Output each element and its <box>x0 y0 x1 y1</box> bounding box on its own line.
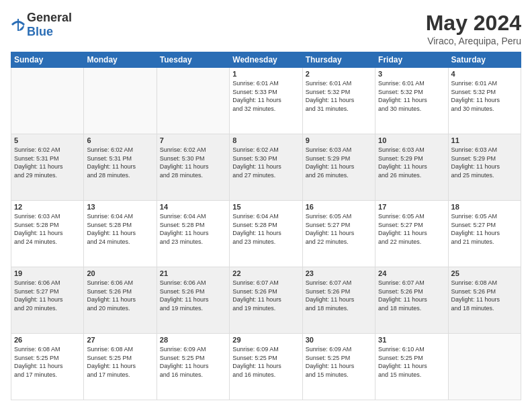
day-number: 15 <box>232 203 299 211</box>
day-number: 5 <box>14 136 81 144</box>
day-info: Sunrise: 6:02 AM Sunset: 5:30 PM Dayligh… <box>160 146 226 179</box>
day-info: Sunrise: 6:03 AM Sunset: 5:29 PM Dayligh… <box>451 146 518 179</box>
day-number: 31 <box>378 336 445 344</box>
weekday-header-row: Sunday Monday Tuesday Wednesday Thursday… <box>11 52 521 68</box>
header-monday: Monday <box>84 52 157 68</box>
day-number: 20 <box>87 269 153 277</box>
table-row: 22Sunrise: 6:07 AM Sunset: 5:26 PM Dayli… <box>230 267 302 334</box>
calendar-week-row: 19Sunrise: 6:06 AM Sunset: 5:27 PM Dayli… <box>11 267 521 334</box>
day-number: 28 <box>160 336 226 344</box>
logo-blue: Blue <box>27 25 53 38</box>
day-number: 21 <box>160 269 226 277</box>
day-number: 25 <box>451 269 518 277</box>
day-info: Sunrise: 6:09 AM Sunset: 5:25 PM Dayligh… <box>306 345 372 379</box>
day-info: Sunrise: 6:01 AM Sunset: 5:32 PM Dayligh… <box>378 79 445 113</box>
day-info: Sunrise: 6:09 AM Sunset: 5:25 PM Dayligh… <box>160 345 226 379</box>
day-number: 1 <box>232 70 299 78</box>
table-row <box>84 68 157 134</box>
header: General Blue May 2024 Viraco, Arequipa, … <box>11 11 521 46</box>
table-row: 30Sunrise: 6:09 AM Sunset: 5:25 PM Dayli… <box>302 334 375 400</box>
day-info: Sunrise: 6:03 AM Sunset: 5:29 PM Dayligh… <box>378 146 445 179</box>
day-info: Sunrise: 6:08 AM Sunset: 5:25 PM Dayligh… <box>87 345 153 379</box>
day-number: 29 <box>232 336 299 344</box>
day-number: 23 <box>306 269 372 277</box>
header-saturday: Saturday <box>448 52 521 68</box>
table-row: 23Sunrise: 6:07 AM Sunset: 5:26 PM Dayli… <box>302 267 375 334</box>
day-info: Sunrise: 6:01 AM Sunset: 5:32 PM Dayligh… <box>306 79 372 113</box>
day-number: 26 <box>14 336 81 344</box>
day-number: 11 <box>451 136 518 144</box>
day-info: Sunrise: 6:07 AM Sunset: 5:26 PM Dayligh… <box>232 279 299 312</box>
day-info: Sunrise: 6:01 AM Sunset: 5:33 PM Dayligh… <box>232 79 299 113</box>
day-number: 27 <box>87 336 153 344</box>
table-row: 5Sunrise: 6:02 AM Sunset: 5:31 PM Daylig… <box>11 134 84 201</box>
table-row <box>11 68 84 134</box>
day-info: Sunrise: 6:07 AM Sunset: 5:26 PM Dayligh… <box>378 279 445 312</box>
location: Viraco, Arequipa, Peru <box>426 36 521 46</box>
day-info: Sunrise: 6:05 AM Sunset: 5:27 PM Dayligh… <box>306 212 372 246</box>
table-row: 18Sunrise: 6:05 AM Sunset: 5:27 PM Dayli… <box>448 201 521 267</box>
day-number: 13 <box>87 203 153 211</box>
table-row: 13Sunrise: 6:04 AM Sunset: 5:28 PM Dayli… <box>84 201 157 267</box>
table-row: 3Sunrise: 6:01 AM Sunset: 5:32 PM Daylig… <box>375 68 448 134</box>
day-info: Sunrise: 6:02 AM Sunset: 5:31 PM Dayligh… <box>87 146 153 179</box>
table-row: 19Sunrise: 6:06 AM Sunset: 5:27 PM Dayli… <box>11 267 84 334</box>
table-row <box>157 68 229 134</box>
day-info: Sunrise: 6:08 AM Sunset: 5:26 PM Dayligh… <box>451 279 518 312</box>
day-info: Sunrise: 6:04 AM Sunset: 5:28 PM Dayligh… <box>87 212 153 246</box>
table-row: 24Sunrise: 6:07 AM Sunset: 5:26 PM Dayli… <box>375 267 448 334</box>
calendar-week-row: 5Sunrise: 6:02 AM Sunset: 5:31 PM Daylig… <box>11 134 521 201</box>
table-row: 27Sunrise: 6:08 AM Sunset: 5:25 PM Dayli… <box>84 334 157 400</box>
day-info: Sunrise: 6:05 AM Sunset: 5:27 PM Dayligh… <box>378 212 445 246</box>
day-info: Sunrise: 6:10 AM Sunset: 5:25 PM Dayligh… <box>378 345 445 379</box>
calendar-week-row: 1Sunrise: 6:01 AM Sunset: 5:33 PM Daylig… <box>11 68 521 134</box>
header-tuesday: Tuesday <box>157 52 229 68</box>
day-number: 19 <box>14 269 81 277</box>
table-row: 4Sunrise: 6:01 AM Sunset: 5:32 PM Daylig… <box>448 68 521 134</box>
day-info: Sunrise: 6:02 AM Sunset: 5:31 PM Dayligh… <box>14 146 81 179</box>
day-info: Sunrise: 6:06 AM Sunset: 5:27 PM Dayligh… <box>14 279 81 312</box>
table-row: 12Sunrise: 6:03 AM Sunset: 5:28 PM Dayli… <box>11 201 84 267</box>
header-thursday: Thursday <box>302 52 375 68</box>
day-number: 22 <box>232 269 299 277</box>
day-number: 8 <box>232 136 299 144</box>
day-info: Sunrise: 6:04 AM Sunset: 5:28 PM Dayligh… <box>160 212 226 246</box>
day-info: Sunrise: 6:02 AM Sunset: 5:30 PM Dayligh… <box>232 146 299 179</box>
table-row: 14Sunrise: 6:04 AM Sunset: 5:28 PM Dayli… <box>157 201 229 267</box>
day-number: 3 <box>378 70 445 78</box>
day-info: Sunrise: 6:05 AM Sunset: 5:27 PM Dayligh… <box>451 212 518 246</box>
table-row <box>448 334 521 400</box>
table-row: 25Sunrise: 6:08 AM Sunset: 5:26 PM Dayli… <box>448 267 521 334</box>
logo-icon <box>11 17 26 32</box>
day-number: 4 <box>451 70 518 78</box>
day-number: 30 <box>306 336 372 344</box>
table-row: 20Sunrise: 6:06 AM Sunset: 5:26 PM Dayli… <box>84 267 157 334</box>
page: General Blue May 2024 Viraco, Arequipa, … <box>0 0 532 411</box>
day-number: 2 <box>306 70 372 78</box>
table-row: 16Sunrise: 6:05 AM Sunset: 5:27 PM Dayli… <box>302 201 375 267</box>
header-friday: Friday <box>375 52 448 68</box>
table-row: 1Sunrise: 6:01 AM Sunset: 5:33 PM Daylig… <box>230 68 302 134</box>
table-row: 7Sunrise: 6:02 AM Sunset: 5:30 PM Daylig… <box>157 134 229 201</box>
day-number: 7 <box>160 136 226 144</box>
day-info: Sunrise: 6:03 AM Sunset: 5:28 PM Dayligh… <box>14 212 81 246</box>
day-number: 18 <box>451 203 518 211</box>
calendar-week-row: 12Sunrise: 6:03 AM Sunset: 5:28 PM Dayli… <box>11 201 521 267</box>
header-wednesday: Wednesday <box>230 52 302 68</box>
day-number: 16 <box>306 203 372 211</box>
calendar-week-row: 26Sunrise: 6:08 AM Sunset: 5:25 PM Dayli… <box>11 334 521 400</box>
logo-general: General <box>27 11 72 24</box>
day-info: Sunrise: 6:03 AM Sunset: 5:29 PM Dayligh… <box>306 146 372 179</box>
day-number: 10 <box>378 136 445 144</box>
day-number: 12 <box>14 203 81 211</box>
day-info: Sunrise: 6:06 AM Sunset: 5:26 PM Dayligh… <box>160 279 226 312</box>
month-title: May 2024 <box>426 11 521 36</box>
table-row: 26Sunrise: 6:08 AM Sunset: 5:25 PM Dayli… <box>11 334 84 400</box>
day-number: 17 <box>378 203 445 211</box>
day-info: Sunrise: 6:04 AM Sunset: 5:28 PM Dayligh… <box>232 212 299 246</box>
logo: General Blue <box>11 11 72 39</box>
table-row: 31Sunrise: 6:10 AM Sunset: 5:25 PM Dayli… <box>375 334 448 400</box>
day-number: 14 <box>160 203 226 211</box>
day-info: Sunrise: 6:09 AM Sunset: 5:25 PM Dayligh… <box>232 345 299 379</box>
day-number: 24 <box>378 269 445 277</box>
